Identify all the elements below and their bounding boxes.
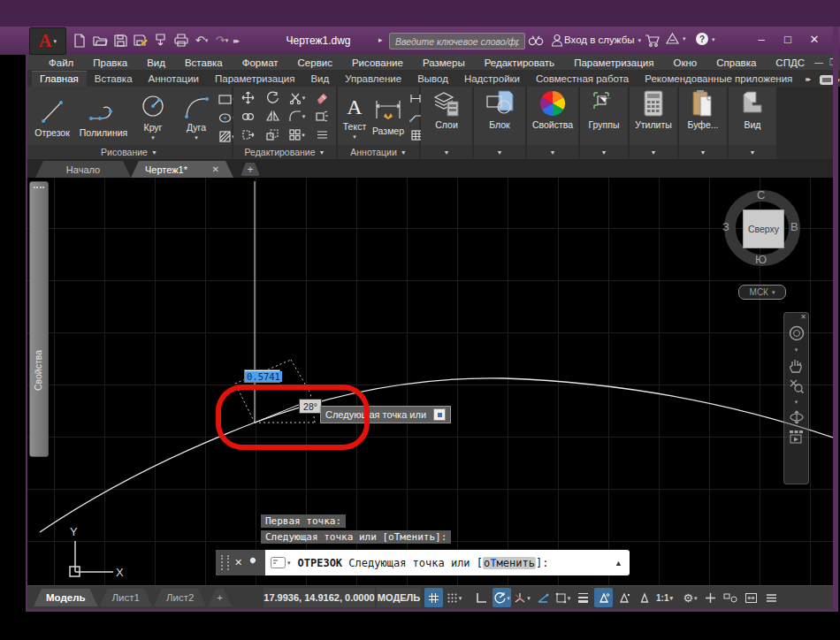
panel-view-footer[interactable]: ▼ — [729, 145, 776, 159]
signin-button[interactable]: Вход в службы▾ — [564, 34, 641, 45]
save-as-icon[interactable] — [132, 32, 149, 49]
polar-tracking-toggle[interactable]: ▾ — [493, 588, 511, 607]
annotation-autoscale-toggle[interactable] — [615, 588, 633, 607]
tab-featured-apps[interactable]: Рекомендованные приложения — [637, 72, 800, 87]
clean-screen-icon[interactable] — [742, 588, 760, 607]
isolate-objects-icon[interactable] — [722, 588, 740, 607]
tab-output[interactable]: Вывод — [409, 72, 456, 87]
panel-clipboard-footer[interactable]: ▼ — [679, 145, 727, 159]
grid-toggle[interactable] — [424, 588, 443, 607]
menu-modify[interactable]: Редактировать — [475, 57, 564, 68]
mdi-minimize-icon[interactable]: — — [814, 57, 823, 67]
array-icon[interactable]: ▾ — [287, 126, 307, 144]
search-icon[interactable] — [527, 32, 545, 49]
ortho-toggle[interactable] — [472, 588, 491, 607]
tab-insert[interactable]: Вставка — [87, 72, 141, 87]
object-snap-toggle[interactable]: ▾ — [554, 588, 572, 607]
snap-toggle[interactable]: ▾ — [445, 588, 463, 607]
tab-home[interactable]: Главная — [32, 71, 87, 87]
copy-icon[interactable] — [238, 108, 257, 126]
annotation-visibility-toggle[interactable] — [594, 588, 613, 607]
save-icon[interactable] — [111, 32, 129, 49]
menu-draw[interactable]: Рисование — [342, 57, 413, 68]
polyline-button[interactable]: Полилиния — [78, 95, 129, 138]
viewcube-east[interactable]: В — [790, 220, 798, 233]
menu-dimension[interactable]: Размеры — [413, 57, 475, 68]
dimension-button[interactable]: Размер — [371, 95, 405, 136]
command-close-icon[interactable]: ✕ — [234, 557, 242, 568]
layers-button[interactable]: Слои — [421, 87, 472, 130]
qat-overflow-icon[interactable]: ▸▸ — [233, 36, 238, 45]
orbit-icon[interactable] — [789, 410, 805, 424]
tab-manage[interactable]: Управление — [337, 72, 409, 87]
fillet-icon[interactable]: ▾ — [287, 108, 307, 126]
tab-collaborate[interactable]: Совместная работа — [528, 72, 637, 87]
panel-layers-footer[interactable]: ▼ — [421, 145, 472, 159]
file-tab-drawing1[interactable]: Чертеж1*✕ — [131, 161, 233, 178]
help-icon[interactable]: ?▾ — [695, 32, 715, 46]
utilities-button[interactable]: Утилиты — [630, 87, 677, 130]
explode-icon[interactable] — [312, 108, 332, 126]
tab-addins[interactable]: Надстройки — [456, 72, 528, 87]
recent-commands-icon[interactable]: ▾ — [271, 557, 291, 568]
scale-icon[interactable] — [263, 126, 282, 144]
model-space-button[interactable]: МОДЕЛЬ — [377, 588, 421, 607]
minimize-button[interactable]: – — [748, 28, 775, 50]
panel-annotate-footer[interactable]: Аннотации▼ — [338, 145, 419, 159]
maximize-button[interactable]: □ — [775, 28, 801, 50]
menu-parametric[interactable]: Параметризация — [564, 57, 663, 68]
panel-draw-footer[interactable]: Рисование▼ — [27, 145, 232, 159]
customization-gear-icon[interactable]: ⚙▾ — [681, 588, 699, 607]
steering-wheel-icon[interactable] — [789, 325, 805, 341]
panel-groups-footer[interactable]: ▼ — [580, 145, 628, 159]
arc-button[interactable]: Дуга▾ — [177, 91, 216, 141]
isodraft-toggle[interactable]: ▾ — [513, 588, 531, 607]
command-drag-grip[interactable] — [221, 555, 229, 570]
annotation-scale-icon[interactable] — [635, 588, 653, 607]
wcs-dropdown[interactable]: МСК▾ — [738, 285, 786, 300]
panel-block-footer[interactable]: ▼ — [474, 145, 525, 159]
navbar-close-icon[interactable]: ✕ — [800, 313, 806, 321]
app-menu-button[interactable]: A ▾ — [29, 27, 66, 55]
undo-icon[interactable]: ↶▾ — [193, 32, 210, 49]
new-tab-button[interactable]: + — [241, 163, 260, 176]
move-icon[interactable] — [238, 89, 257, 107]
dynamic-input-field[interactable]: 0.5741 — [244, 370, 280, 383]
pan-hand-icon[interactable] — [789, 358, 804, 373]
edit-more-icon[interactable] — [312, 126, 332, 144]
properties-palette-bar[interactable]: Свойства — [29, 181, 49, 457]
tab-parametric[interactable]: Параметризация — [207, 72, 302, 87]
layout-tab-model[interactable]: Модель — [34, 589, 98, 606]
circle-button[interactable]: Круг▾ — [131, 91, 175, 141]
lineweight-toggle[interactable] — [574, 588, 592, 607]
trim-icon[interactable]: ▾ — [287, 89, 307, 107]
new-layout-button[interactable]: + — [208, 589, 232, 606]
viewcube-west[interactable]: З — [722, 220, 729, 233]
tab-view[interactable]: Вид — [302, 72, 337, 87]
zoom-extents-icon[interactable] — [789, 378, 804, 393]
text-button[interactable]: A Текст▾ — [340, 92, 369, 140]
coordinates-display[interactable]: 17.9936, 14.9162, 0.0000 — [263, 588, 375, 607]
clipboard-button[interactable]: Буфе... — [679, 87, 727, 130]
viewcube-south[interactable]: Ю — [755, 253, 767, 266]
menu-help[interactable]: Справка — [706, 57, 766, 68]
close-button[interactable]: ✕ — [801, 28, 828, 50]
drawing-canvas[interactable]: Y X Сверху С В Ю З МСК▾ ✕ ▾ ▾ Сво — [27, 178, 833, 585]
layout-tab-list1[interactable]: Лист1 — [100, 589, 152, 606]
command-prompt-text[interactable]: ОТРЕЗОК Следующая точка или [оТменить]: — [298, 557, 549, 569]
show-motion-icon[interactable] — [789, 430, 805, 444]
new-file-icon[interactable] — [71, 32, 88, 49]
panel-utilities-footer[interactable]: ▼ — [630, 145, 677, 159]
app-store-cart-icon[interactable] — [643, 32, 661, 49]
panel-edit-footer[interactable]: Редактирование▼ — [233, 145, 336, 159]
stretch-icon[interactable] — [238, 126, 257, 144]
groups-button[interactable]: Группы — [580, 87, 628, 130]
tab-annotate[interactable]: Аннотации — [141, 72, 207, 87]
line-button[interactable]: Отрезок — [28, 95, 76, 138]
autodesk-360-icon[interactable]: ▾ — [665, 32, 686, 45]
menu-spds[interactable]: СПДС — [766, 57, 814, 68]
mirror-icon[interactable] — [263, 108, 282, 126]
navbar-caret-icon[interactable]: ▾ — [795, 347, 798, 353]
ribbon-overflow-icon[interactable]: ▸▸ — [806, 75, 809, 83]
plot-icon[interactable] — [152, 32, 170, 49]
